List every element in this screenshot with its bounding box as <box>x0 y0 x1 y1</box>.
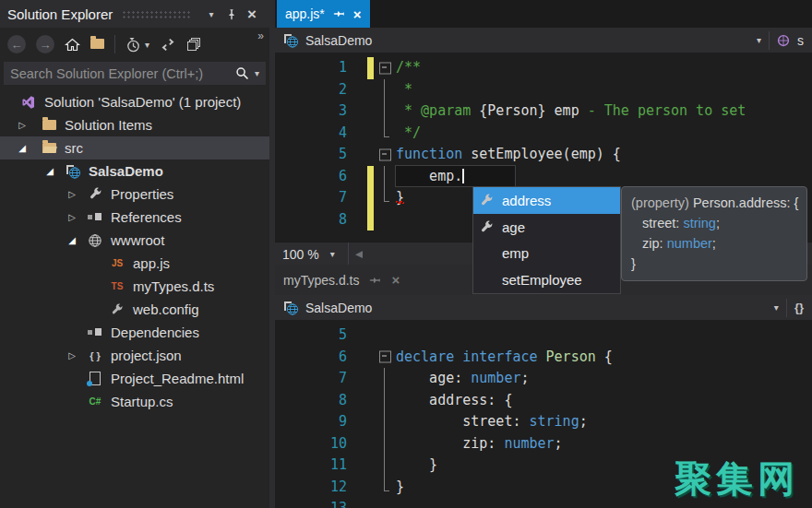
code-line[interactable]: 1/** <box>275 57 812 79</box>
code-text[interactable]: * @param {Person} emp - The person to se… <box>396 100 746 123</box>
code-token: address: { <box>396 392 512 408</box>
modified-change-bar <box>367 57 374 79</box>
code-token: setEmployee(emp) { <box>462 146 621 162</box>
tree-item-project-json[interactable]: ▷{ }project.json <box>0 344 269 367</box>
pin-icon[interactable] <box>369 275 381 286</box>
code-text[interactable]: /** <box>396 57 421 79</box>
code-text[interactable]: } <box>396 477 404 499</box>
collapse-all-button[interactable] <box>186 37 201 52</box>
navigation-bar-top: SalsaDemo ▾ s <box>275 28 812 53</box>
new-folder-button[interactable] <box>90 36 104 53</box>
tree-item-project-readme-html[interactable]: Project_Readme.html <box>0 367 269 390</box>
code-text[interactable]: emp. <box>396 166 515 188</box>
tree-item-salsademo[interactable]: ◢SalsaDemo <box>0 159 269 183</box>
code-token: zip: <box>396 435 504 452</box>
code-line[interactable]: 6declare interface Person { <box>275 347 812 369</box>
wrench-icon <box>89 187 102 201</box>
tree-item-solution-items[interactable]: ▷Solution Items <box>0 113 269 136</box>
history-filter-button[interactable]: ▾ <box>125 37 149 53</box>
completion-item-address[interactable]: address <box>473 187 620 214</box>
window-position-button[interactable]: ▾ <box>201 5 221 23</box>
code-line[interactable]: 9 street: string; <box>275 411 812 433</box>
chevron-down-icon[interactable]: ▾ <box>757 35 761 45</box>
code-line[interactable]: 3 * @param {Person} emp - The person to … <box>275 100 812 123</box>
change-bar-slot <box>367 144 374 166</box>
line-number: 7 <box>275 368 347 390</box>
tab-appjs[interactable]: app.js* × <box>277 0 370 28</box>
completion-item-emp[interactable]: emp <box>473 241 620 267</box>
fold-collapse-button[interactable] <box>377 144 393 166</box>
breadcrumb-project[interactable]: SalsaDemo <box>305 301 372 315</box>
code-line[interactable]: 8 address: { <box>275 390 812 412</box>
code-text[interactable]: street: string; <box>396 411 588 433</box>
tree-expander-icon[interactable]: ◢ <box>15 143 30 153</box>
fold-collapse-button[interactable] <box>377 57 393 79</box>
code-line[interactable]: 5function setEmployee(emp) { <box>275 144 812 166</box>
search-input[interactable]: Search Solution Explorer (Ctrl+;) <box>10 66 235 81</box>
code-line[interactable]: 5 <box>275 325 812 347</box>
code-line[interactable]: 6 emp. <box>275 166 812 188</box>
code-text[interactable]: } <box>396 187 404 209</box>
pin-icon[interactable] <box>333 8 345 19</box>
tree-item-label: web.config <box>133 301 199 317</box>
tree-item-icon-slot <box>41 118 57 133</box>
scroll-left-arrow[interactable]: ◀ <box>355 248 363 260</box>
tree-item-solution-salsademo-1-project[interactable]: Solution 'SalsaDemo' (1 project) <box>0 90 269 113</box>
code-token: * @param <box>396 102 479 119</box>
tree-item-src[interactable]: ◢src <box>0 136 269 159</box>
tree-expander-icon[interactable]: ▷ <box>65 350 79 360</box>
tree-item-dependencies[interactable]: Dependencies <box>0 321 269 344</box>
code-text[interactable]: function setEmployee(emp) { <box>396 144 621 166</box>
home-button[interactable] <box>65 38 80 52</box>
code-text[interactable]: * <box>396 79 412 101</box>
tree-item-startup-cs[interactable]: C#Startup.cs <box>0 390 269 413</box>
close-button[interactable]: × <box>242 5 262 23</box>
close-icon[interactable]: × <box>353 7 362 21</box>
drag-grip[interactable] <box>122 10 192 18</box>
change-bar-slot <box>367 368 374 390</box>
tree-expander-icon[interactable]: ▷ <box>15 120 30 130</box>
code-line[interactable]: 4 */ <box>275 123 812 145</box>
tree-item-wwwroot[interactable]: ◢wwwroot <box>0 229 269 252</box>
solution-explorer-titlebar[interactable]: Solution Explorer ▾ × <box>0 0 269 28</box>
references-icon <box>88 213 102 221</box>
tree-item-label: project.json <box>111 348 182 363</box>
code-text[interactable]: zip: number; <box>396 433 563 455</box>
code-text[interactable]: } <box>396 455 437 477</box>
tree-item-properties[interactable]: ▷Properties <box>0 183 269 206</box>
toolbar-overflow-button[interactable]: » <box>257 30 262 42</box>
code-line[interactable]: 7 age: number; <box>275 368 812 390</box>
tree-item-app-js[interactable]: JSapp.js <box>0 252 269 275</box>
code-text[interactable]: address: { <box>396 390 512 412</box>
completion-item-setemployee[interactable]: setEmployee <box>473 266 620 293</box>
tree-expander-icon[interactable]: ◢ <box>42 166 57 176</box>
search-box[interactable]: Search Solution Explorer (Ctrl+;) ▾ <box>4 62 266 85</box>
code-text[interactable]: */ <box>396 123 421 145</box>
tree-item-references[interactable]: ▷References <box>0 206 269 229</box>
pin-button[interactable] <box>221 5 242 23</box>
zoom-control[interactable]: 100 % ▾ <box>275 242 349 266</box>
forward-button[interactable]: → <box>36 35 54 53</box>
back-button[interactable]: ← <box>7 35 26 53</box>
tree-expander-icon[interactable]: ▷ <box>65 189 79 199</box>
tree-item-web-config[interactable]: web.config <box>0 298 269 321</box>
code-line[interactable]: 2 * <box>275 79 812 101</box>
change-bar-slot <box>367 390 374 412</box>
line-number: 11 <box>275 455 347 477</box>
code-line[interactable]: 10 zip: number; <box>275 433 812 455</box>
code-text[interactable]: age: number; <box>396 368 530 390</box>
code-text[interactable]: declare interface Person { <box>396 347 613 369</box>
tab-mytypes[interactable]: myTypes.d.ts <box>283 273 359 288</box>
search-icon[interactable] <box>235 66 249 80</box>
breadcrumb-project[interactable]: SalsaDemo <box>305 33 372 48</box>
close-icon[interactable]: × <box>391 273 400 287</box>
breadcrumb-member-partial[interactable]: s <box>797 33 804 48</box>
completion-item-age[interactable]: age <box>473 214 620 241</box>
tree-expander-icon[interactable]: ▷ <box>65 212 79 222</box>
tree-item-mytypes-d-ts[interactable]: TSmyTypes.d.ts <box>0 275 269 298</box>
chevron-down-icon[interactable]: ▾ <box>255 68 259 78</box>
sync-with-active-document-button[interactable] <box>160 38 176 52</box>
tree-expander-icon[interactable]: ◢ <box>65 235 79 245</box>
chevron-down-icon[interactable]: ▾ <box>774 302 779 313</box>
fold-collapse-button[interactable] <box>377 347 393 369</box>
